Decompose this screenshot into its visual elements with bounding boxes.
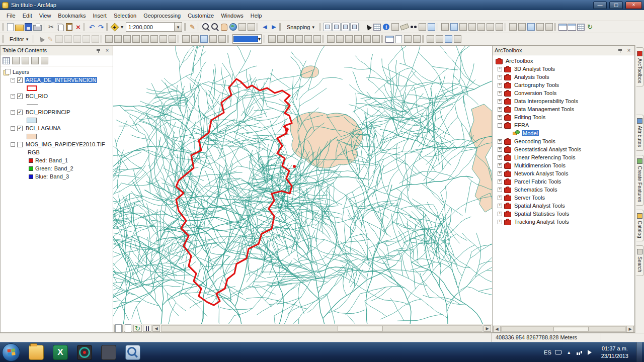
layer-checkbox[interactable] xyxy=(17,77,23,83)
layer-symbol-row[interactable] xyxy=(1,116,113,124)
open-table-window-icon[interactable] xyxy=(568,23,576,31)
attribute-transfer-icon[interactable] xyxy=(304,35,312,43)
close-icon[interactable]: × xyxy=(104,47,111,54)
toolbox-item[interactable]: Parcel Fabric Tools xyxy=(493,177,634,186)
close-button[interactable]: × xyxy=(625,2,642,9)
adjustment-preview-icon[interactable] xyxy=(277,35,285,43)
annotation-attributes-icon[interactable] xyxy=(345,35,353,43)
layer-row[interactable]: AREA_DE_INTERVENCION xyxy=(1,76,113,84)
toolbox-item[interactable]: Linear Referencing Tools xyxy=(493,153,634,161)
toggle-draft-mode-icon[interactable] xyxy=(404,35,412,43)
next-extent-icon[interactable] xyxy=(270,23,278,31)
edge-match-icon[interactable] xyxy=(295,35,303,43)
vertex-snapping-icon[interactable] xyxy=(341,23,350,31)
update-georeferencing-icon[interactable] xyxy=(218,35,226,43)
snapping-dropdown[interactable]: Snapping ▾ xyxy=(283,23,318,32)
expand-icon[interactable] xyxy=(498,163,502,168)
toolbox-item[interactable]: Spatial Statistics Tools xyxy=(493,210,634,218)
taskbar-search-app[interactable] xyxy=(121,343,145,362)
peach-fill-swatch[interactable] xyxy=(27,134,37,139)
split-tool-icon[interactable] xyxy=(459,23,467,31)
trace-topology-icon[interactable] xyxy=(545,23,553,31)
expand-icon[interactable] xyxy=(498,147,502,152)
toolbox-item[interactable]: Data Management Tools xyxy=(493,105,634,113)
explode-tool-icon[interactable] xyxy=(168,35,177,43)
menu-view[interactable]: View xyxy=(36,11,55,20)
clip-tool-icon[interactable] xyxy=(159,35,168,43)
open-table-icon[interactable] xyxy=(385,35,394,43)
minimize-button[interactable]: — xyxy=(593,2,607,9)
lightblue-fill-swatch[interactable] xyxy=(27,118,37,123)
taskbar-explorer[interactable] xyxy=(24,343,48,362)
sketch-properties-icon[interactable] xyxy=(141,35,149,43)
scroll-left-icon[interactable]: ◀ xyxy=(493,326,501,332)
layer-symbol-row[interactable] xyxy=(1,84,113,92)
taskbar-recorder[interactable] xyxy=(72,343,97,362)
menu-help[interactable]: Help xyxy=(247,11,266,20)
toolbox-item[interactable]: 3D Analyst Tools xyxy=(493,65,634,73)
toolbox-item[interactable]: Tracking Analyst Tools xyxy=(493,218,634,226)
layer-checkbox[interactable] xyxy=(17,142,23,147)
toc-options-icon[interactable] xyxy=(40,56,49,65)
pan-icon[interactable] xyxy=(220,23,228,31)
html-popup-icon[interactable] xyxy=(391,23,399,31)
list-by-selection-icon[interactable] xyxy=(31,56,39,65)
find-icon[interactable] xyxy=(409,23,418,31)
merge-tool-icon[interactable] xyxy=(495,23,504,31)
trace-segment-icon[interactable] xyxy=(73,35,82,43)
spatial-adjustment-icon[interactable] xyxy=(268,35,276,43)
refresh-draw-icon[interactable] xyxy=(133,324,142,333)
menu-customize[interactable]: Customize xyxy=(184,11,217,20)
cut-polygons-icon[interactable] xyxy=(450,23,458,31)
copy-icon[interactable] xyxy=(56,23,64,31)
scrollbar-thumb[interactable] xyxy=(553,327,589,331)
taskbar-video-editor[interactable] xyxy=(97,343,121,362)
zoom-in-icon[interactable] xyxy=(202,23,210,31)
undo-icon[interactable] xyxy=(88,23,96,31)
editor-dropdown[interactable]: Editor ▾ xyxy=(6,35,32,44)
annotation-construction-icon[interactable] xyxy=(327,35,335,43)
annotation-options-icon[interactable] xyxy=(372,35,380,43)
collapse-icon[interactable] xyxy=(11,78,15,82)
extra-tool-b-icon[interactable] xyxy=(444,35,453,43)
point-construction-icon[interactable] xyxy=(82,35,91,43)
collapse-icon[interactable] xyxy=(11,126,15,131)
layer-row[interactable]: BCI_LAGUNA xyxy=(1,124,113,132)
menu-geoprocessing[interactable]: Geoprocessing xyxy=(140,11,184,20)
toolbox-scrollbar[interactable]: ◀ ▶ xyxy=(493,325,634,332)
open-document-icon[interactable] xyxy=(15,23,24,31)
full-extent-icon[interactable] xyxy=(229,23,237,31)
add-data-dropdown-icon[interactable] xyxy=(119,23,125,31)
expand-icon[interactable] xyxy=(498,155,502,160)
red-outline-swatch[interactable] xyxy=(27,85,37,91)
scroll-right-icon[interactable]: ▶ xyxy=(484,325,491,332)
toolbox-item[interactable]: Schematics Tools xyxy=(493,186,634,194)
extra-tool-c-icon[interactable] xyxy=(453,35,462,43)
collapse-icon[interactable] xyxy=(498,123,502,128)
leader-annotation-icon[interactable] xyxy=(363,35,371,43)
dataframe-properties-icon[interactable] xyxy=(413,35,421,43)
tab-catalog[interactable]: Catalog xyxy=(636,210,643,241)
menu-windows[interactable]: Windows xyxy=(217,11,247,20)
rotate-raster-icon[interactable] xyxy=(200,35,208,43)
layer-checkbox[interactable] xyxy=(17,94,23,99)
maximize-button[interactable]: ▢ xyxy=(609,2,623,9)
refresh-draw-button[interactable] xyxy=(133,325,142,332)
layer-row[interactable]: BCI_RIOPRINCIP xyxy=(1,108,113,116)
collapse-icon[interactable] xyxy=(11,94,15,99)
go-to-xy-icon[interactable] xyxy=(418,23,427,31)
expand-icon[interactable] xyxy=(498,171,502,176)
construction-tools-icon[interactable] xyxy=(114,35,122,43)
expand-icon[interactable] xyxy=(498,107,502,112)
toolbox-item[interactable]: Editing Tools xyxy=(493,113,634,121)
fixed-zoom-in-icon[interactable] xyxy=(238,23,247,31)
toolbox-item[interactable]: Data Interoperability Tools xyxy=(493,97,634,105)
scroll-left-icon[interactable]: ◀ xyxy=(152,325,160,332)
expand-icon[interactable] xyxy=(498,196,502,200)
scroll-right-icon[interactable]: ▶ xyxy=(626,326,634,332)
previous-extent-icon[interactable] xyxy=(261,23,269,31)
toolbox-item[interactable]: Cartography Tools xyxy=(493,81,634,89)
toolbox-item[interactable]: Spatial Analyst Tools xyxy=(493,202,634,210)
layer-symbol-row[interactable] xyxy=(1,132,113,140)
layer-checkbox[interactable] xyxy=(17,126,23,131)
